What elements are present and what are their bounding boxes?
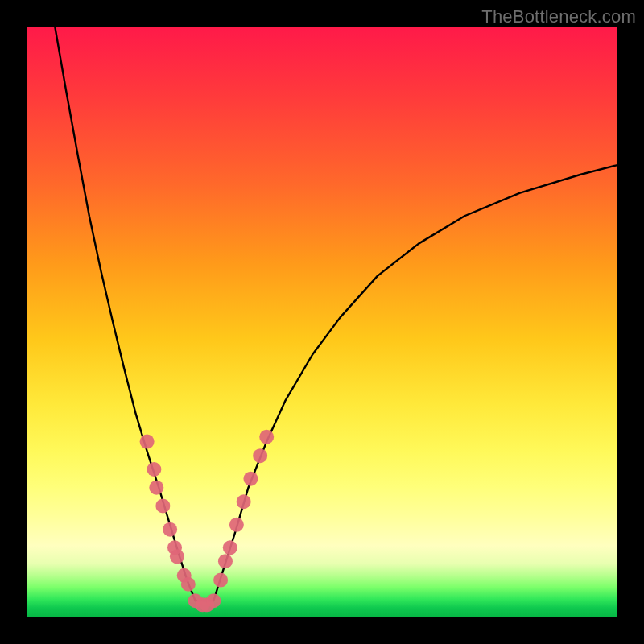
watermark-text: TheBottleneck.com <box>481 6 636 27</box>
chart-frame: TheBottleneck.com <box>0 0 644 644</box>
marker-point <box>237 494 251 509</box>
marker-point <box>253 448 267 463</box>
marker-point <box>181 577 196 592</box>
chart-svg <box>27 27 617 617</box>
marker-point <box>243 472 258 486</box>
marker-point <box>259 430 274 444</box>
marker-point <box>218 554 233 568</box>
marker-point <box>149 481 163 495</box>
marker-point <box>147 462 161 477</box>
marker-point <box>206 593 221 608</box>
bottleneck-curve <box>55 27 617 601</box>
marker-point <box>223 540 237 555</box>
marker-point <box>155 498 170 513</box>
marker-point <box>140 435 155 449</box>
plot-area <box>27 27 617 617</box>
marker-point <box>163 522 177 537</box>
marker-point <box>213 573 228 588</box>
marker-point <box>229 518 244 532</box>
marker-point <box>170 549 184 564</box>
